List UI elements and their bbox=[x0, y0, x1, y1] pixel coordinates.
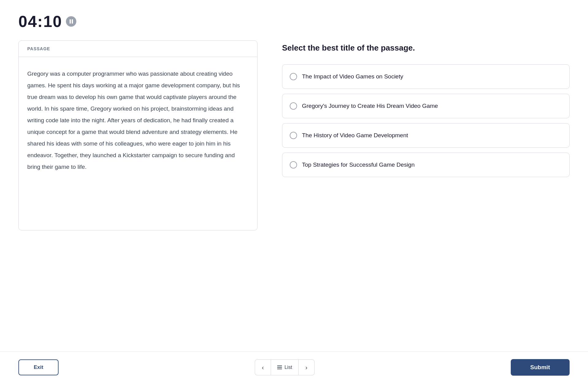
nav-group: ‹ List › bbox=[255, 359, 315, 375]
exit-button[interactable]: Exit bbox=[18, 359, 59, 375]
content-area: PASSAGE Gregory was a computer programme… bbox=[18, 40, 570, 230]
question-title: Select the best title of the passage. bbox=[282, 43, 570, 53]
radio-option-4[interactable] bbox=[290, 161, 297, 169]
timer-row: 04:10 bbox=[18, 12, 570, 31]
option-3[interactable]: The History of Video Game Development bbox=[282, 123, 570, 148]
radio-option-1[interactable] bbox=[290, 73, 297, 80]
pause-icon bbox=[70, 19, 73, 24]
bottom-bar: Exit ‹ List › Submit bbox=[0, 351, 588, 383]
passage-text: Gregory was a computer programmer who wa… bbox=[19, 57, 257, 184]
option-4[interactable]: Top Strategies for Successful Game Desig… bbox=[282, 153, 570, 177]
passage-panel: PASSAGE Gregory was a computer programme… bbox=[18, 40, 258, 230]
option-label-2: Gregory's Journey to Create His Dream Vi… bbox=[302, 102, 438, 110]
chevron-right-icon: › bbox=[305, 364, 307, 371]
list-button[interactable]: List bbox=[271, 359, 299, 375]
prev-button[interactable]: ‹ bbox=[255, 359, 271, 375]
list-label: List bbox=[284, 365, 292, 370]
options-list: The Impact of Video Games on Society Gre… bbox=[282, 64, 570, 177]
radio-option-3[interactable] bbox=[290, 132, 297, 139]
option-2[interactable]: Gregory's Journey to Create His Dream Vi… bbox=[282, 94, 570, 118]
option-1[interactable]: The Impact of Video Games on Society bbox=[282, 64, 570, 89]
next-button[interactable]: › bbox=[299, 359, 315, 375]
pause-button[interactable] bbox=[66, 16, 76, 27]
list-icon bbox=[277, 366, 282, 369]
option-label-3: The History of Video Game Development bbox=[302, 131, 408, 140]
timer-display: 04:10 bbox=[18, 12, 62, 31]
question-area: Select the best title of the passage. Th… bbox=[282, 40, 570, 177]
submit-button[interactable]: Submit bbox=[511, 359, 570, 376]
main-container: 04:10 PASSAGE Gregory was a computer pro… bbox=[0, 0, 588, 243]
radio-option-2[interactable] bbox=[290, 102, 297, 110]
passage-label: PASSAGE bbox=[19, 41, 257, 57]
option-label-4: Top Strategies for Successful Game Desig… bbox=[302, 161, 415, 169]
chevron-left-icon: ‹ bbox=[262, 364, 264, 371]
option-label-1: The Impact of Video Games on Society bbox=[302, 73, 403, 81]
